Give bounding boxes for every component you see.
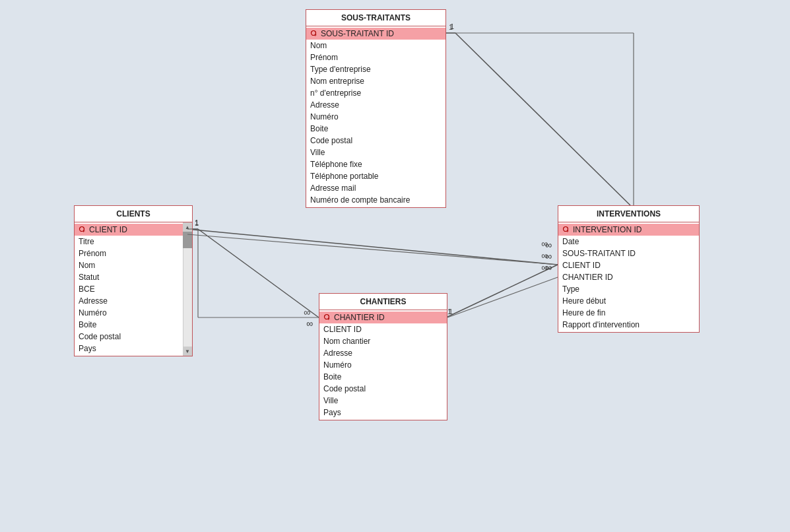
- svg-text:1: 1: [195, 218, 199, 226]
- canvas: 1 1 ∞ 1 ∞ ∞ ∞ SOUS-TRAITANTS: [0, 0, 790, 532]
- field-rapport-intervention: Rapport d'intervention: [558, 319, 699, 331]
- table-clients-header: CLIENTS: [75, 206, 192, 222]
- field-code-postal-chantier-label: Code postal: [323, 384, 366, 393]
- scroll-up-arrow[interactable]: ▲: [183, 222, 192, 232]
- svg-line-9: [187, 229, 558, 265]
- field-prenom-client: Prénom: [75, 248, 183, 259]
- field-client-id-label: CLIENT ID: [89, 225, 127, 234]
- pk-icon-sous-traitant: [310, 30, 318, 38]
- field-sous-traitant-id-label: SOUS-TRAITANT ID: [321, 29, 394, 38]
- field-type-entreprise: Type d'entreprise: [306, 63, 445, 75]
- field-intervention-id-label: INTERVENTION ID: [573, 225, 642, 234]
- field-pays-client: Pays: [75, 343, 183, 354]
- field-numero-st-label: Numéro: [310, 112, 339, 121]
- field-sous-traitant-id-interv: SOUS-TRAITANT ID: [558, 248, 699, 259]
- svg-rect-24: [568, 231, 569, 232]
- field-statut: Statut: [75, 271, 183, 283]
- field-ville-st-label: Ville: [310, 148, 325, 157]
- field-intervention-id: INTERVENTION ID: [558, 224, 699, 236]
- field-code-postal-st: Code postal: [306, 135, 445, 147]
- field-prenom-st-label: Prénom: [310, 53, 338, 62]
- table-interventions-header: INTERVENTIONS: [558, 206, 699, 222]
- field-nom-st: Nom: [306, 40, 445, 51]
- table-chantiers-header: CHANTIERS: [319, 294, 447, 310]
- field-code-postal-client: Code postal: [75, 331, 183, 343]
- field-nom-entreprise: Nom entreprise: [306, 75, 445, 87]
- field-tel-fixe: Téléphone fixe: [306, 158, 445, 170]
- field-prenom-client-label: Prénom: [79, 249, 106, 258]
- table-chantiers-body: CHANTIER ID CLIENT ID Nom chantier Adres…: [319, 310, 447, 420]
- field-ville-chantier: Ville: [319, 395, 447, 407]
- field-tel-portable-label: Téléphone portable: [310, 172, 378, 181]
- field-tel-portable: Téléphone portable: [306, 170, 445, 182]
- field-code-postal-st-label: Code postal: [310, 136, 352, 145]
- field-code-postal-chantier: Code postal: [319, 383, 447, 395]
- table-chantiers: CHANTIERS CHANTIER ID CLIENT ID Nom chan…: [319, 293, 447, 420]
- field-type-entreprise-label: Type d'entreprise: [310, 65, 371, 74]
- scroll-down-arrow[interactable]: ▼: [183, 347, 192, 356]
- field-ville-chantier-label: Ville: [323, 396, 338, 405]
- svg-text:1: 1: [449, 308, 453, 316]
- field-adresse-chantier: Adresse: [319, 347, 447, 359]
- field-client-id-chantier-label: CLIENT ID: [323, 325, 362, 334]
- field-client-id-chantier: CLIENT ID: [319, 323, 447, 335]
- field-adresse-client-label: Adresse: [79, 296, 108, 306]
- svg-rect-23: [567, 230, 568, 232]
- field-boite-chantier: Boite: [319, 371, 447, 383]
- svg-rect-17: [83, 230, 84, 232]
- field-type-interv-label: Type: [562, 284, 579, 294]
- table-interventions-body: INTERVENTION ID Date SOUS-TRAITANT ID CL…: [558, 222, 699, 332]
- svg-line-35: [187, 234, 558, 265]
- table-sous-traitants: SOUS-TRAITANTS SOUS-TRAITANT ID Nom Prén…: [306, 9, 446, 208]
- field-date-interv: Date: [558, 236, 699, 248]
- svg-text:∞: ∞: [545, 240, 552, 250]
- field-client-id: CLIENT ID: [75, 224, 183, 236]
- field-bce: BCE: [75, 283, 183, 295]
- table-sous-traitants-body: SOUS-TRAITANT ID Nom Prénom Type d'entre…: [306, 26, 445, 207]
- svg-text:∞: ∞: [545, 251, 552, 261]
- field-boite-st: Boite: [306, 123, 445, 135]
- field-type-interv: Type: [558, 283, 699, 295]
- table-clients: CLIENTS CLIENT ID Titre Prénom Nom Statu…: [74, 205, 193, 356]
- field-titre-label: Titre: [79, 237, 94, 246]
- field-sous-traitant-id: SOUS-TRAITANT ID: [306, 28, 445, 40]
- field-boite-client: Boite: [75, 319, 183, 331]
- field-titre: Titre: [75, 236, 183, 248]
- field-sous-traitant-id-interv-label: SOUS-TRAITANT ID: [562, 249, 636, 258]
- scrollbar-clients[interactable]: ▲ ▼: [183, 222, 192, 356]
- field-client-id-interv: CLIENT ID: [558, 259, 699, 271]
- field-prenom-st: Prénom: [306, 51, 445, 63]
- svg-text:∞: ∞: [545, 262, 552, 273]
- pk-icon-client: [79, 226, 86, 234]
- field-heure-fin-label: Heure de fin: [562, 308, 605, 317]
- field-boite-st-label: Boite: [310, 124, 328, 133]
- svg-text:1: 1: [195, 219, 199, 227]
- svg-rect-18: [84, 231, 85, 232]
- field-adresse-st: Adresse: [306, 99, 445, 111]
- field-compte-bancaire: Numéro de compte bancaire: [306, 194, 445, 206]
- field-nom-chantier-label: Nom chantier: [323, 337, 370, 346]
- field-heure-debut: Heure début: [558, 295, 699, 307]
- field-adresse-chantier-label: Adresse: [323, 349, 352, 358]
- table-sous-traitants-header: SOUS-TRAITANTS: [306, 10, 445, 26]
- svg-rect-14: [315, 34, 315, 36]
- field-numero-st: Numéro: [306, 111, 445, 123]
- field-rapport-intervention-label: Rapport d'intervention: [562, 320, 640, 329]
- svg-text:∞: ∞: [541, 238, 548, 249]
- field-pays-chantier-label: Pays: [323, 408, 341, 417]
- field-code-postal-client-label: Code postal: [79, 332, 121, 341]
- svg-text:∞: ∞: [541, 262, 548, 273]
- field-heure-debut-label: Heure début: [562, 296, 606, 306]
- field-adresse-st-label: Adresse: [310, 100, 339, 110]
- field-statut-label: Statut: [79, 273, 99, 282]
- svg-text:1: 1: [449, 23, 453, 31]
- field-nom-st-label: Nom: [310, 41, 327, 50]
- table-clients-body: CLIENT ID Titre Prénom Nom Statut BCE Ad…: [75, 222, 192, 356]
- field-boite-client-label: Boite: [79, 320, 96, 329]
- svg-text:1: 1: [447, 308, 451, 316]
- svg-rect-15: [316, 35, 317, 36]
- field-chantier-id-interv: CHANTIER ID: [558, 271, 699, 283]
- field-client-id-interv-label: CLIENT ID: [562, 261, 601, 270]
- scroll-thumb[interactable]: [183, 232, 192, 248]
- pk-icon-chantier: [323, 314, 331, 321]
